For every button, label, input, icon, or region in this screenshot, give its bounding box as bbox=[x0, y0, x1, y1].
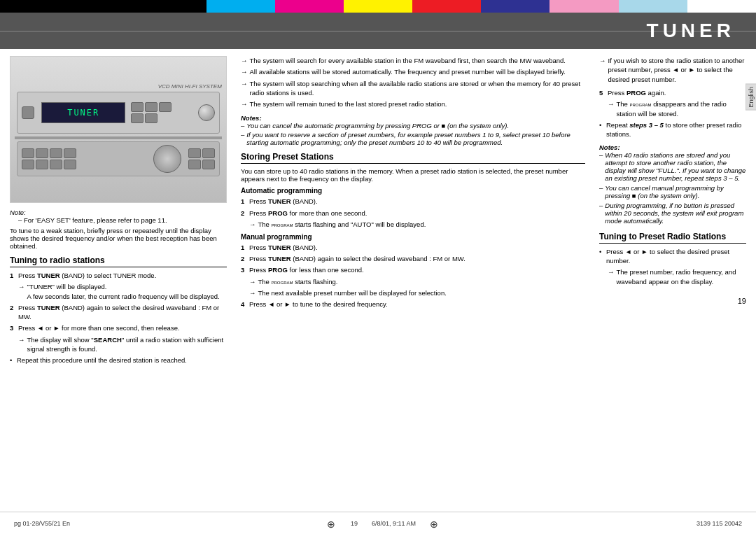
manual-step-3-arrow2: → The next available preset number will … bbox=[241, 288, 585, 297]
auto-program-title: Automatic programming bbox=[241, 187, 585, 195]
step-1-num: 1 bbox=[10, 271, 18, 280]
preset-btn7 bbox=[50, 160, 62, 169]
right-btn4 bbox=[202, 160, 215, 169]
arrow-icon-m2: → bbox=[241, 67, 248, 76]
power-button bbox=[22, 106, 34, 119]
arrow-icon-m4: → bbox=[241, 99, 248, 108]
mid-arrow-4: → The system will remain tuned to the la… bbox=[241, 99, 585, 108]
preset-buttons bbox=[22, 148, 76, 169]
tuner-band-label1: TUNER bbox=[37, 272, 60, 279]
mid-arrow-3: → The system will stop searching when al… bbox=[241, 79, 585, 98]
manual-program-section: Manual programming 1 Press TUNER (BAND).… bbox=[241, 233, 585, 309]
preset-section-title: Tuning to Preset Radio Stations bbox=[599, 232, 746, 244]
storing-title: Storing Preset Stations bbox=[241, 152, 585, 164]
auto-step-1-num: 1 bbox=[241, 197, 249, 206]
right-page-num: 19 bbox=[599, 297, 746, 305]
auto-step-2-arrow: → The program starts flashing and "AUTO"… bbox=[241, 220, 585, 230]
mid-arrow-4-text: The system will remain tuned to the last… bbox=[250, 99, 447, 108]
volume-knob bbox=[198, 104, 215, 121]
arrow-r5: → bbox=[608, 99, 615, 118]
middle-column: → The system will search for every avail… bbox=[234, 56, 592, 512]
mid-note-1: – You can cancel the automatic programmi… bbox=[241, 122, 585, 129]
page-header: TUNER bbox=[0, 13, 756, 49]
bullet-r1: • bbox=[599, 120, 606, 139]
color-black bbox=[0, 0, 206, 13]
preset-bullet-1: • Press ◄ or ► to select the desired pre… bbox=[599, 247, 746, 266]
color-bar bbox=[0, 0, 756, 13]
mid-arrow-1: → The system will search for every avail… bbox=[241, 56, 585, 65]
btn3 bbox=[159, 102, 172, 112]
auto-step-2: 2 Press PROG for more than one second. bbox=[241, 209, 585, 218]
crosshair-left bbox=[327, 519, 337, 528]
btn2 bbox=[145, 102, 158, 112]
color-lightblue bbox=[619, 0, 687, 13]
step-2-text: Press TUNER (BAND) again to select the d… bbox=[18, 303, 227, 322]
storing-intro: You can store up to 40 radio stations in… bbox=[241, 167, 585, 183]
manual-steps-list: 1 Press TUNER (BAND). 2 Press TUNER (BAN… bbox=[241, 243, 585, 309]
manual-step-3-text: Press PROG for less than one second. bbox=[249, 265, 364, 274]
step-3-text: Press ◄ or ► for more than one second, t… bbox=[18, 323, 180, 332]
arrow-m2: → bbox=[249, 288, 256, 297]
right-note-1-text: When 40 radio stations are stored and yo… bbox=[605, 151, 746, 182]
arrow-m1: → bbox=[249, 277, 256, 287]
tape-deck bbox=[15, 136, 222, 139]
mid-arrow-2: → All available stations will be stored … bbox=[241, 67, 585, 76]
prog-label-a: PROG bbox=[268, 209, 288, 217]
prog-label1: ■ bbox=[442, 122, 446, 129]
mid-arrow-3-text: The system will stop searching when all … bbox=[250, 79, 586, 98]
auto-step-2-text: Press PROG for more than one second. bbox=[249, 209, 367, 218]
english-tab: English bbox=[746, 84, 756, 111]
step-3-arrow: → The display will show "SEARCH" until a… bbox=[10, 335, 227, 354]
color-darkblue bbox=[481, 0, 550, 13]
search-label: SEARCH bbox=[94, 336, 122, 344]
tuner-label-a1: TUNER bbox=[268, 197, 291, 205]
footer-right: 3139 115 20042 bbox=[696, 520, 742, 527]
continued-arrow-list: → The system will search for every avail… bbox=[241, 56, 585, 108]
dash-r3: – bbox=[599, 202, 603, 225]
right-step-5: 5 Press PROG again. bbox=[599, 88, 746, 97]
manual-arrow2-text: The next available preset number will be… bbox=[258, 288, 447, 297]
stereo-bottom-unit bbox=[17, 141, 220, 176]
right-step-5-arrow: → The program disappears and the radio s… bbox=[599, 99, 746, 118]
manual-program-title: Manual programming bbox=[241, 233, 585, 241]
page-number-right: 19 bbox=[738, 297, 746, 305]
manual-step-4: 4 Press ◄ or ► to tune to the desired fr… bbox=[241, 300, 585, 309]
right-btn3 bbox=[188, 160, 201, 169]
preset-btn8 bbox=[64, 160, 76, 169]
right-btn2 bbox=[202, 148, 215, 158]
step-2: 2 Press TUNER (BAND) again to select the… bbox=[10, 303, 227, 322]
program-label-r1: program bbox=[630, 101, 652, 108]
dash-r1: – bbox=[599, 151, 603, 182]
program-label-m1: program bbox=[272, 279, 293, 286]
bullet-repeat: • Repeat this procedure until the desire… bbox=[10, 356, 227, 365]
preset-tuning-section: Tuning to Preset Radio Stations • Press … bbox=[599, 232, 746, 286]
dash-2: – bbox=[241, 131, 244, 146]
stop-label-r: ■ bbox=[632, 192, 636, 199]
bullet-p1: • bbox=[599, 247, 606, 266]
arrow-icon-1: → bbox=[18, 282, 25, 301]
auto-steps-list: 1 Press TUNER (BAND). 2 Press PROG for m… bbox=[241, 197, 585, 229]
steps-label-r: steps 3 – 5 bbox=[629, 121, 664, 129]
bullet-symbol-1: • bbox=[10, 356, 17, 365]
device-image: VCD MINI HI-FI SYSTEM TUNER TUNER bbox=[10, 56, 227, 203]
right-note-1: – When 40 radio stations are stored and … bbox=[599, 151, 746, 182]
main-content: English VCD MINI HI-FI SYSTEM TUNER TUNE… bbox=[0, 49, 756, 512]
right-notes: Notes: – When 40 radio stations are stor… bbox=[599, 143, 746, 225]
crosshair-right bbox=[430, 519, 440, 528]
manual-step-3-num: 3 bbox=[241, 265, 249, 274]
right-step-5-arrow-text: The program disappears and the radio sta… bbox=[617, 99, 747, 118]
preset-arrow-1-text: The preset number, radio frequency, and … bbox=[617, 267, 747, 286]
bullet-repeat-text: Repeat this procedure until the desired … bbox=[17, 356, 187, 365]
mid-note-1-text: You can cancel the automatic programming… bbox=[246, 122, 509, 129]
manual-step-4-num: 4 bbox=[241, 300, 249, 309]
manual-step-1-num: 1 bbox=[241, 243, 249, 252]
bullet-note: To tune to a weak station, briefly press… bbox=[10, 227, 227, 250]
dash-r2: – bbox=[599, 184, 603, 199]
mid-notes: Notes: – You can cancel the automatic pr… bbox=[241, 114, 585, 146]
btn1 bbox=[131, 102, 144, 112]
color-cyan bbox=[206, 0, 275, 13]
manual-step-2-num: 2 bbox=[241, 254, 249, 263]
right-notes-title: Notes: bbox=[599, 143, 746, 151]
footer-center: 19 6/8/01, 9:11 AM bbox=[327, 519, 440, 528]
mid-note-2-text: If you want to reserve a section of pres… bbox=[246, 131, 585, 146]
